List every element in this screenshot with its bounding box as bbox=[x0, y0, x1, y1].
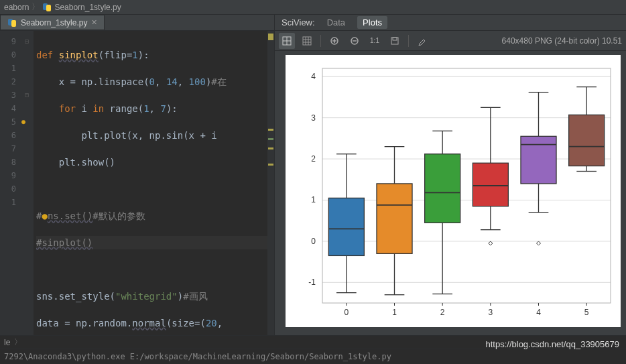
svg-rect-1 bbox=[303, 37, 311, 45]
gutter: 9012345678901 bbox=[0, 31, 20, 335]
svg-text:4: 4 bbox=[311, 72, 316, 81]
breadcrumb: eaborn 〉 Seaborn_1style.py bbox=[0, 0, 626, 15]
svg-rect-39 bbox=[425, 154, 460, 223]
svg-rect-47 bbox=[473, 163, 508, 206]
watermark: https://blog.csdn.net/qq_33905679 bbox=[486, 339, 620, 349]
svg-rect-5 bbox=[393, 38, 397, 40]
grid-icon[interactable] bbox=[299, 33, 315, 49]
sciview-pane: SciView: Data Plots 1:1 640x480 PNG (24-… bbox=[274, 15, 626, 335]
console-output: 7292\Anaconda3\python.exe E:/workspace/M… bbox=[4, 352, 391, 361]
svg-text:4: 4 bbox=[536, 308, 541, 317]
svg-text:2: 2 bbox=[311, 154, 316, 164]
fold-column: ⊟ ⊟ ● bbox=[20, 31, 34, 335]
breadcrumb-file[interactable]: Seaborn_1style.py bbox=[54, 3, 121, 12]
svg-text:0: 0 bbox=[344, 308, 349, 317]
sciview-tabs: SciView: Data Plots bbox=[275, 15, 626, 31]
svg-rect-18 bbox=[322, 68, 611, 303]
python-file-icon bbox=[42, 3, 52, 12]
tab-data[interactable]: Data bbox=[327, 17, 345, 27]
editor-pane: Seaborn_1style.py ✕ 9012345678901 ⊟ ⊟ ● … bbox=[0, 15, 274, 335]
svg-text:-1: -1 bbox=[308, 278, 316, 287]
save-icon[interactable] bbox=[387, 33, 403, 49]
svg-text:2: 2 bbox=[440, 308, 445, 317]
svg-text:0: 0 bbox=[311, 237, 316, 246]
sciview-toolbar: 1:1 640x480 PNG (24-bit color) 10.51 bbox=[275, 31, 626, 51]
zoom-out-icon[interactable] bbox=[347, 33, 363, 49]
fit-icon[interactable] bbox=[279, 33, 295, 49]
editor-tab-bar: Seaborn_1style.py ✕ bbox=[0, 15, 274, 31]
image-info: 640x480 PNG (24-bit color) 10.51 bbox=[502, 36, 622, 46]
svg-text:5: 5 bbox=[584, 308, 589, 317]
tab-plots[interactable]: Plots bbox=[357, 16, 387, 29]
error-stripe[interactable] bbox=[267, 31, 274, 335]
sciview-label: SciView: bbox=[281, 17, 315, 27]
svg-text:1: 1 bbox=[311, 195, 316, 204]
svg-rect-63 bbox=[569, 115, 605, 166]
editor-body[interactable]: 9012345678901 ⊟ ⊟ ● def sinplot(flip=1):… bbox=[0, 31, 274, 335]
plot-canvas: -101234012345 bbox=[286, 55, 621, 327]
actual-size-button[interactable]: 1:1 bbox=[367, 33, 383, 49]
footer-left[interactable]: le bbox=[4, 338, 10, 347]
breadcrumb-folder[interactable]: eaborn bbox=[4, 3, 29, 12]
svg-rect-55 bbox=[521, 136, 556, 184]
svg-rect-31 bbox=[377, 184, 412, 253]
code-area[interactable]: def sinplot(flip=1): x = np.linspace(0, … bbox=[34, 31, 274, 335]
color-picker-icon[interactable] bbox=[414, 33, 430, 49]
editor-tab[interactable]: Seaborn_1style.py ✕ bbox=[0, 15, 105, 30]
python-file-icon bbox=[7, 18, 17, 27]
chevron-right-icon: 〉 bbox=[32, 1, 40, 13]
svg-rect-23 bbox=[328, 198, 364, 255]
editor-tab-label: Seaborn_1style.py bbox=[21, 18, 87, 27]
svg-text:1: 1 bbox=[392, 308, 397, 317]
svg-text:3: 3 bbox=[488, 308, 493, 317]
zoom-in-icon[interactable] bbox=[326, 33, 342, 49]
close-icon[interactable]: ✕ bbox=[91, 18, 97, 27]
svg-text:3: 3 bbox=[311, 113, 316, 123]
